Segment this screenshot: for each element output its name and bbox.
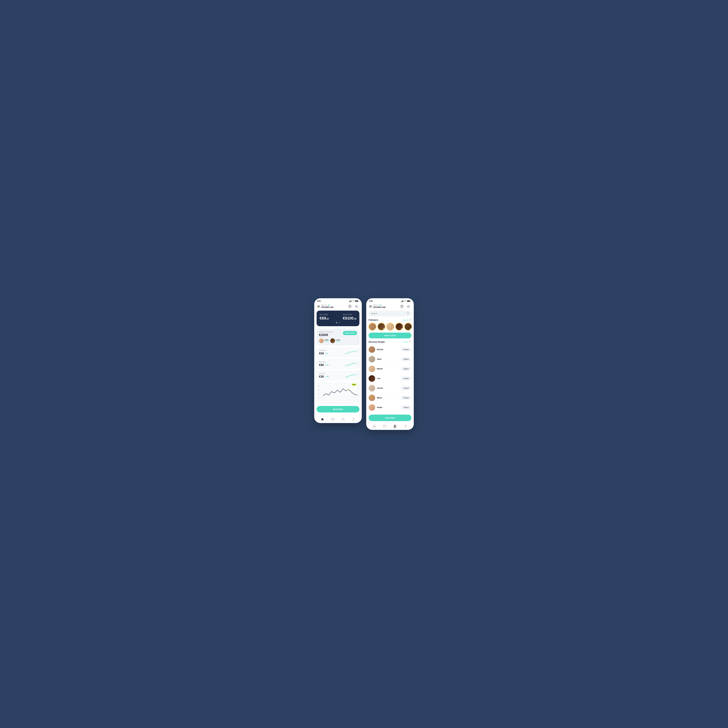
main-chart-svg <box>322 384 357 399</box>
phone-left: 9:41 <box>314 298 362 423</box>
follow-button-martin[interactable]: Follow <box>401 367 411 371</box>
invite-earn-button-left[interactable]: Invite & Earn <box>343 331 357 335</box>
people-item-rechei: Rechei Follow <box>369 345 411 355</box>
menu-button[interactable] <box>317 306 320 307</box>
svg-rect-0 <box>349 301 349 302</box>
svg-rect-6 <box>355 300 358 301</box>
discover-view-all[interactable]: View All <box>403 341 408 343</box>
online-badge-4 <box>401 329 402 330</box>
follow-button-leo[interactable]: Follow <box>401 376 411 381</box>
nav-profile-left[interactable] <box>352 418 355 421</box>
invite-earn-button-right[interactable]: Invite & Earn <box>369 333 411 338</box>
status-icons-left <box>349 300 359 302</box>
search-input[interactable] <box>371 312 405 315</box>
username-display-right: Ursula Lee <box>373 306 385 309</box>
nav-home-right[interactable] <box>373 425 376 428</box>
earn-today-label: Earn Today <box>320 314 329 315</box>
status-time-right: 9:41 <box>369 300 373 302</box>
people-item-abram: Abram Follow <box>369 383 411 393</box>
main-chart: $409 500 100 50 0 1 <box>317 382 359 403</box>
friend-item-azdin: Azdin +€121 <box>319 338 329 343</box>
svg-rect-14 <box>402 301 402 302</box>
name-rechei: Rechei <box>377 348 383 350</box>
welcome-label: Welcome <box>321 304 333 306</box>
stat-change-avg: ↑ 5% <box>325 353 328 354</box>
nav-people-left[interactable] <box>341 418 345 421</box>
cart-button[interactable] <box>347 304 352 309</box>
notification-button[interactable] <box>354 304 359 309</box>
people-left-martin: Martin <box>369 366 383 372</box>
nav-people-right[interactable] <box>393 425 397 428</box>
follow-button-kadin[interactable]: Follow <box>401 405 411 410</box>
earn-card: Earn Today €69,20 Earned Total €5100,30 <box>317 310 359 326</box>
people-left-zaire: Zaire <box>369 356 382 362</box>
status-bar-right: 9:41 <box>366 298 414 303</box>
mini-chart-best <box>345 361 357 367</box>
follower-3[interactable] <box>387 323 394 330</box>
svg-rect-2 <box>350 300 351 302</box>
svg-rect-13 <box>401 301 401 302</box>
header-actions <box>347 304 359 309</box>
scan-now-button-right[interactable]: Scan Now <box>369 414 411 421</box>
follower-5[interactable] <box>404 323 412 330</box>
battery-icon-right <box>407 300 411 302</box>
follow-button-zaire[interactable]: Follow <box>401 357 411 361</box>
svg-rect-24 <box>383 425 386 427</box>
bottom-nav-left <box>314 416 362 423</box>
earned-total-amount: €5100,30 <box>343 316 356 321</box>
rewards-card: Earned In Rewards €2000 Invite & Earn Az… <box>317 329 359 346</box>
people-item-martin: Martin Follow <box>369 364 411 374</box>
svg-point-27 <box>405 425 406 426</box>
nav-profile-right[interactable] <box>404 425 407 428</box>
name-martin: Martin <box>377 368 383 370</box>
follower-4[interactable] <box>395 323 403 330</box>
stat-info-avg: Avg. Day €50 ↑ 5% <box>319 349 328 355</box>
online-badge-2 <box>383 329 385 330</box>
people-item-kadin: Kadin Follow <box>369 403 411 412</box>
follow-button-maria[interactable]: Follow <box>401 396 411 400</box>
svg-rect-15 <box>402 300 403 302</box>
stat-info-trip: Top Trip €30 ↑ 15% <box>319 373 329 378</box>
friend-name-azdin: Azdin <box>325 339 329 341</box>
rewards-label: Earned In Rewards <box>319 331 333 333</box>
menu-button-right[interactable] <box>369 306 372 307</box>
avatar-martin <box>369 366 375 372</box>
follow-button-rechei[interactable]: Follow <box>401 347 411 352</box>
svg-point-26 <box>394 425 395 426</box>
avatar-zaire <box>369 356 375 362</box>
carousel-dots <box>320 322 356 323</box>
followers-title: Followers <box>369 319 378 321</box>
signal-icon-right <box>401 300 403 302</box>
name-maria: Maria <box>377 397 382 399</box>
friend-avatar-lewis <box>330 338 335 343</box>
filter-icon-discover[interactable] <box>409 341 411 343</box>
notification-button-right[interactable] <box>406 304 411 309</box>
friend-earn-lewis: +€1077 <box>336 341 341 343</box>
cart-button-right[interactable] <box>399 304 404 309</box>
dot-1 <box>336 322 337 323</box>
follower-1[interactable] <box>369 323 376 330</box>
nav-wallet-left[interactable] <box>331 418 335 421</box>
nav-home-left[interactable] <box>321 418 324 421</box>
dot-2 <box>338 322 338 323</box>
header-right-content: Welcome Ursula Lee <box>369 304 385 309</box>
stat-card-avg: Avg. Day €50 ↑ 5% <box>317 347 359 357</box>
stat-card-best: Best Day €90 ↑ 15% <box>317 359 359 369</box>
filter-icon-followers[interactable] <box>409 319 411 321</box>
nav-wallet-right[interactable] <box>383 425 387 428</box>
people-item-maria: Maria Follow <box>369 393 411 403</box>
followers-view-all[interactable]: View All <box>403 319 408 321</box>
header-right: Welcome Ursula Lee <box>366 303 414 310</box>
follower-2[interactable] <box>378 323 385 330</box>
stat-change-trip: ↑ 15% <box>325 376 329 378</box>
svg-rect-18 <box>410 301 411 301</box>
scan-now-button-left[interactable]: Scan Now <box>317 406 359 413</box>
discover-section-header: Discover People View All <box>366 341 414 345</box>
follow-button-abram[interactable]: Follow <box>401 386 411 390</box>
people-item-leo: Leo Follow <box>369 374 411 383</box>
username-display: Ursula Lee <box>321 306 333 309</box>
signal-icon <box>349 300 351 302</box>
friend-earn-azdin: +€121 <box>325 341 329 343</box>
avatar-leo <box>369 375 375 382</box>
svg-point-11 <box>342 418 343 419</box>
